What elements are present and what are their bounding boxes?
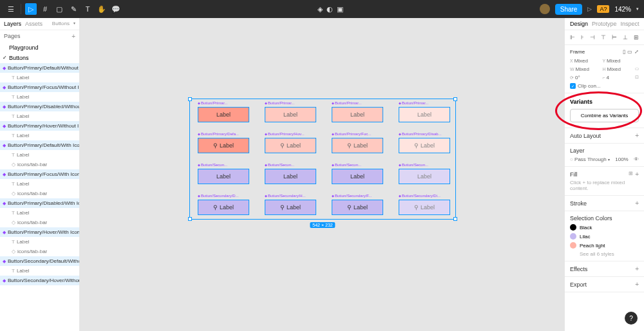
see-all-styles[interactable]: See all 6 styles [570, 251, 639, 257]
button-box[interactable]: Label [399, 107, 450, 122]
visibility-icon[interactable]: 👁 [634, 156, 639, 162]
add-export-button[interactable]: + [635, 281, 639, 288]
pen-tool[interactable]: ✎ [68, 3, 79, 15]
canvas-component[interactable]: Button/Primar...Label [198, 107, 249, 122]
button-box[interactable]: ⚲Label [332, 200, 383, 215]
canvas-component[interactable]: Button/Primary/Defa...⚲Label [198, 138, 249, 153]
layer-item[interactable]: ◆Button/Primary/Default/Without I... [0, 63, 79, 73]
layer-item[interactable]: ◆Button/Primary/Hover/Without I... [0, 121, 79, 131]
help-button[interactable]: ? [625, 312, 638, 325]
text-tool[interactable]: T [82, 3, 93, 15]
mask-icon[interactable]: ◐ [327, 5, 333, 14]
canvas-component[interactable]: Button/Primar...Label [265, 107, 316, 122]
canvas-component[interactable]: Button/Primar...Label [332, 107, 383, 122]
add-auto-layout-button[interactable]: + [635, 132, 639, 139]
rotation-input[interactable]: 0° [575, 75, 580, 80]
tab-assets[interactable]: Assets [25, 21, 43, 27]
color-swatch-row[interactable]: Black [570, 224, 639, 231]
button-box[interactable]: Label [332, 169, 383, 184]
portrait-icon[interactable]: ▯ [623, 49, 625, 55]
tab-design[interactable]: Design [570, 21, 588, 27]
layer-item[interactable]: TLabel [0, 73, 79, 82]
button-box[interactable]: ⚲Label [399, 138, 450, 153]
layer-item[interactable]: TLabel [0, 150, 79, 160]
blend-mode[interactable]: ○ Pass Through ▾ [570, 156, 610, 162]
resize-fit-icon[interactable]: ⤢ [634, 49, 639, 55]
color-swatch-row[interactable]: Peach light [570, 242, 639, 249]
clip-checkbox[interactable]: ✓ [570, 83, 576, 89]
button-box[interactable]: Label [198, 169, 249, 184]
layer-item[interactable]: TLabel [0, 237, 79, 247]
align-bottom-icon[interactable]: ⊥ [623, 34, 628, 41]
resize-handle[interactable] [453, 217, 457, 221]
zoom-chevron-icon[interactable]: ▾ [636, 6, 639, 12]
align-vcenter-icon[interactable]: ⊢ [612, 34, 617, 41]
canvas-component[interactable]: Button/Secon...Label [198, 169, 249, 184]
zoom-level[interactable]: 142% [614, 6, 631, 13]
canvas-component[interactable]: Button/Secon...Label [399, 169, 450, 184]
layer-item[interactable]: ◇icons/tab-bar [0, 160, 79, 169]
corners-icon[interactable]: ⊡ [635, 75, 639, 80]
layer-item[interactable]: ◆Button/Primary/Disabled/Without... [0, 102, 79, 111]
canvas[interactable]: Button/Primar...LabelButton/Primar...Lab… [80, 18, 564, 331]
layer-item[interactable]: ◆Button/Primary/Focus/Without Ic... [0, 82, 79, 92]
union-icon[interactable]: ▣ [337, 5, 343, 14]
canvas-component[interactable]: Button/Primary/Disab...⚲Label [399, 138, 450, 153]
distribute-icon[interactable]: ⊞ [634, 34, 639, 41]
canvas-component[interactable]: Button/Primary/Hov...⚲Label [265, 138, 316, 153]
layer-item[interactable]: ◇icons/tab-bar [0, 189, 79, 198]
canvas-component[interactable]: Button/Secondary/D...⚲Label [198, 200, 249, 215]
comment-tool[interactable]: 💬 [110, 3, 122, 15]
y-input[interactable]: Mixed [607, 58, 620, 64]
canvas-component[interactable]: Button/Secondary/F...⚲Label [332, 200, 383, 215]
add-effect-button[interactable]: + [635, 265, 639, 272]
page-playground[interactable]: Playground [0, 43, 79, 53]
layer-item[interactable]: TLabel [0, 179, 79, 189]
layer-item[interactable]: ◆Button/Primary/Default/With Icon [0, 140, 79, 150]
layer-item[interactable]: TLabel [0, 92, 79, 102]
chevron-down-icon[interactable]: ▾ [73, 21, 75, 27]
menu-icon[interactable]: ☰ [5, 3, 17, 15]
button-box[interactable]: Label [332, 107, 383, 122]
canvas-component[interactable]: Button/Secondary/Di...⚲Label [399, 200, 450, 215]
tab-inspect[interactable]: Inspect [621, 21, 639, 27]
resize-handle[interactable] [188, 97, 192, 101]
frame-tool[interactable]: # [39, 3, 51, 15]
layer-item[interactable]: ◆Button/Secondary/Default/Withou... [0, 256, 79, 266]
layer-item[interactable]: ◇icons/tab-bar [0, 218, 79, 227]
layer-item[interactable]: TLabel [0, 208, 79, 218]
constrain-icon[interactable]: ⬭ [635, 66, 639, 72]
button-box[interactable]: ⚲Label [399, 200, 450, 215]
missing-fonts-badge[interactable]: A? [597, 5, 609, 13]
x-input[interactable]: Mixed [574, 58, 588, 64]
add-fill-button[interactable]: + [635, 171, 639, 178]
layer-item[interactable]: ◆Button/Primary/Focus/With Icon [0, 169, 79, 179]
present-icon[interactable]: ▷ [587, 6, 592, 12]
add-page-button[interactable]: + [71, 33, 75, 40]
radius-input[interactable]: 4 [607, 75, 609, 80]
style-icon[interactable]: ⊞ [629, 171, 633, 178]
layer-item[interactable]: ◆Button/Primary/Hover/With Icon [0, 227, 79, 237]
canvas-component[interactable]: Button/Secon...Label [265, 169, 316, 184]
h-input[interactable]: Mixed [607, 66, 621, 72]
layer-item[interactable]: ◆Button/Secondary/Hover/Without... [0, 276, 79, 285]
shape-tool[interactable]: ▢ [53, 3, 65, 15]
button-box[interactable]: Label [399, 169, 450, 184]
align-hcenter-icon[interactable]: ⊦ [581, 34, 584, 41]
hand-tool[interactable]: ✋ [96, 3, 108, 15]
tab-prototype[interactable]: Prototype [592, 21, 617, 27]
layer-item[interactable]: TLabel [0, 266, 79, 276]
button-box[interactable]: ⚲Label [198, 200, 249, 215]
w-input[interactable]: Mixed [576, 66, 589, 72]
align-left-icon[interactable]: ⊩ [570, 34, 575, 41]
align-top-icon[interactable]: ⊤ [601, 34, 606, 41]
button-box[interactable]: Label [198, 107, 249, 122]
layer-item[interactable]: ◆Button/Primary/Disabled/With Icon [0, 198, 79, 208]
button-box[interactable]: Label [265, 169, 316, 184]
page-dropdown[interactable]: Buttons [52, 21, 70, 27]
button-box[interactable]: Label [265, 107, 316, 122]
layer-item[interactable]: TLabel [0, 111, 79, 121]
landscape-icon[interactable]: ▭ [627, 49, 632, 55]
user-avatar[interactable] [540, 4, 550, 14]
move-tool[interactable]: ▷ [25, 3, 37, 15]
